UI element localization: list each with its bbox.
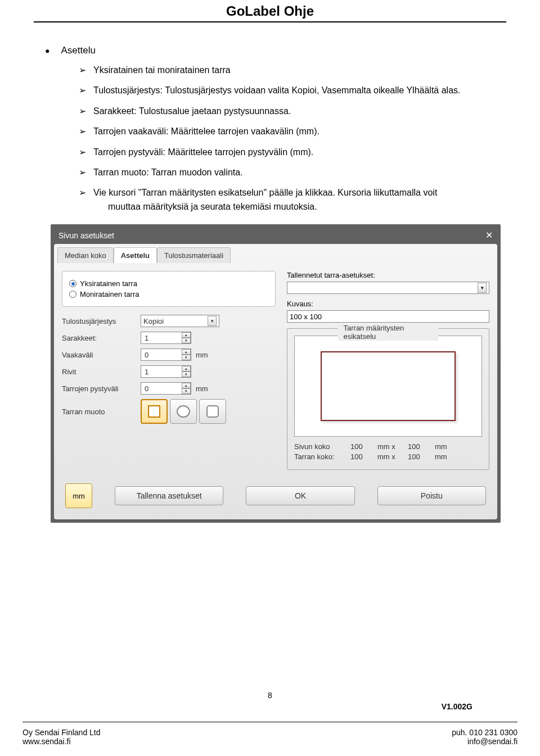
bullet-item: Tulostusjärjestys: Tulostusjärjestys voi… <box>79 84 512 97</box>
spin-value: 0 <box>145 351 148 359</box>
bullet-item: Tarrojen pystyväli: Määrittelee tarrojen… <box>79 146 512 159</box>
label: Tulostusjärjestys <box>62 317 141 325</box>
section-label: Asettelu <box>61 45 95 56</box>
spin-buttons[interactable]: ▴▾ <box>182 349 191 360</box>
section-heading: ● Asettelu <box>45 45 512 56</box>
radio-single[interactable]: Yksiratainen tarra <box>69 279 268 288</box>
preview-canvas[interactable] <box>294 336 482 437</box>
company-email: info@sendai.fi <box>452 737 518 746</box>
tab-material[interactable]: Tulostusmateriaali <box>157 247 231 263</box>
bullet-item: Tarran muoto: Tarran muodon valinta. <box>79 166 512 179</box>
spin-value: 1 <box>145 368 148 376</box>
save-settings-button[interactable]: Tallenna asetukset <box>115 486 223 505</box>
desc-field[interactable]: 100 x 100 <box>287 310 489 323</box>
desc-label: Kuvaus: <box>287 300 489 308</box>
spin-buttons[interactable]: ▴▾ <box>182 383 191 394</box>
bullet-list: Yksiratainen tai moniratainen tarra Tulo… <box>79 64 512 213</box>
saved-label: Tallennetut tarra-asetukset: <box>287 271 489 279</box>
button-bar: mm Tallenna asetukset OK Poistu <box>54 474 497 519</box>
radio-label: Yksiratainen tarra <box>80 279 137 288</box>
spin-buttons[interactable]: ▴▾ <box>182 332 191 343</box>
chevron-down-icon: ▾ <box>478 283 487 293</box>
columns-spinner[interactable]: 1 ▴▾ <box>141 332 191 344</box>
row-rows: Rivit 1 ▴▾ <box>62 365 276 378</box>
bullet-item: Sarakkeet: Tulostusalue jaetaan pystysuu… <box>79 105 512 117</box>
order-dropdown[interactable]: Kopioi ▾ <box>141 315 219 327</box>
dialog-header: Sivun asetukset ✕ <box>54 228 497 244</box>
radio-icon <box>69 280 76 287</box>
company-phone: puh. 010 231 0300 <box>452 728 518 737</box>
shape-oval-button[interactable] <box>170 399 197 424</box>
dialog-title: Sivun asetukset <box>58 231 114 240</box>
footer: Oy Sendai Finland Ltd www.sendai.fi puh.… <box>22 728 518 746</box>
bullet-text: Vie kursori "Tarran määritysten esikatse… <box>93 188 437 197</box>
tab-layout[interactable]: Asettelu <box>114 247 157 263</box>
spin-value: 1 <box>145 334 148 342</box>
tabs: Median koko Asettelu Tulostusmateriaali <box>54 244 497 263</box>
preview-legend: Tarran määritysten esikatselu <box>338 324 439 341</box>
unit-button[interactable]: mm <box>65 483 92 508</box>
rows-spinner[interactable]: 1 ▴▾ <box>141 365 191 378</box>
shape-buttons <box>141 399 226 424</box>
dialog-body: Median koko Asettelu Tulostusmateriaali … <box>54 244 497 519</box>
version: V1.002G <box>442 702 472 711</box>
desc-val: 100 x 100 <box>290 313 322 321</box>
content: ● Asettelu Yksiratainen tai moniratainen… <box>0 22 540 523</box>
bullet-item: Vie kursori "Tarran määritysten esikatse… <box>79 187 512 213</box>
left-column: Yksiratainen tarra Moniratainen tarra Tu… <box>62 271 276 470</box>
shape-square-button[interactable] <box>141 399 168 424</box>
panel: Yksiratainen tarra Moniratainen tarra Tu… <box>54 263 497 474</box>
label: Vaakaväli <box>62 351 141 359</box>
label: Rivit <box>62 368 141 376</box>
size-row-label: Tarran koko: 100 mm x 100 mm <box>294 452 482 461</box>
chevron-down-icon: ▾ <box>208 316 217 326</box>
radio-group: Yksiratainen tarra Moniratainen tarra <box>62 271 276 307</box>
footer-right: puh. 010 231 0300 info@sendai.fi <box>452 728 518 746</box>
close-icon[interactable]: ✕ <box>485 230 493 241</box>
row-vgap: Tarrojen pystyväli 0 ▴▾ mm <box>62 382 276 395</box>
exit-button[interactable]: Poistu <box>377 486 486 505</box>
vgap-spinner[interactable]: 0 ▴▾ <box>141 382 191 395</box>
footer-left: Oy Sendai Finland Ltd www.sendai.fi <box>22 728 101 746</box>
dialog: Sivun asetukset ✕ Median koko Asettelu T… <box>51 224 501 523</box>
radio-icon <box>69 291 76 298</box>
spin-value: 0 <box>145 384 148 393</box>
dialog-screenshot: Sivun asetukset ✕ Median koko Asettelu T… <box>51 224 501 523</box>
row-order: Tulostusjärjestys Kopioi ▾ <box>62 315 276 327</box>
right-column: Tallennetut tarra-asetukset: ▾ Kuvaus: 1… <box>287 271 489 470</box>
label: Tarran muoto <box>62 408 141 416</box>
bullet-item: Yksiratainen tai moniratainen tarra <box>79 64 512 76</box>
size-row-page: Sivun koko 100 mm x 100 mm <box>294 442 482 451</box>
spin-buttons[interactable]: ▴▾ <box>182 366 191 377</box>
unit-label: mm <box>196 351 208 359</box>
disc-icon: ● <box>45 46 50 55</box>
label-rectangle <box>321 351 455 422</box>
hgap-spinner[interactable]: 0 ▴▾ <box>141 348 191 361</box>
company-url: www.sendai.fi <box>22 737 101 746</box>
row-hgap: Vaakaväli 0 ▴▾ mm <box>62 348 276 361</box>
radio-label: Moniratainen tarra <box>80 290 140 298</box>
dropdown-value: Kopioi <box>143 317 164 325</box>
page-title: GoLabel Ohje <box>0 0 540 19</box>
row-columns: Sarakkeet: 1 ▴▾ <box>62 332 276 344</box>
ok-button[interactable]: OK <box>246 486 354 505</box>
label: Tarrojen pystyväli <box>62 384 141 393</box>
unit-label: mm <box>196 384 208 393</box>
preview-fieldset: Tarran määritysten esikatselu Sivun koko… <box>287 328 489 470</box>
row-shape: Tarran muoto <box>62 399 276 424</box>
label: Sarakkeet: <box>62 334 141 342</box>
radio-multi[interactable]: Moniratainen tarra <box>69 290 268 298</box>
shape-rounded-button[interactable] <box>199 399 226 424</box>
bullet-sub: muuttaa määrityksiä ja seurata tekemiäsi… <box>108 201 512 213</box>
bullet-item: Tarrojen vaakaväli: Määrittelee tarrojen… <box>79 125 512 138</box>
page-number: 8 <box>268 691 272 700</box>
tab-media-size[interactable]: Median koko <box>57 247 114 263</box>
footer-rule <box>22 722 518 722</box>
saved-dropdown[interactable]: ▾ <box>287 282 489 294</box>
company-name: Oy Sendai Finland Ltd <box>22 728 101 737</box>
